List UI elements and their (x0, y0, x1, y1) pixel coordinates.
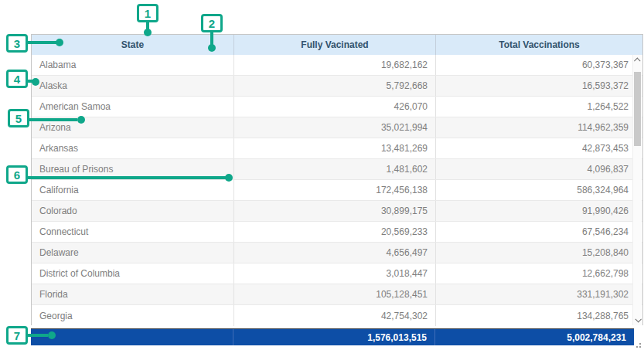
chevron-up-icon (634, 57, 640, 63)
cell-state: California (32, 180, 234, 200)
scroll-up-button[interactable] (633, 55, 642, 66)
cell-fully-vaccinated: 35,021,994 (234, 117, 436, 138)
table-row[interactable]: Georgia42,754,302134,288,765 (32, 305, 642, 326)
totals-fully-vaccinated: 1,576,013,515 (233, 329, 435, 345)
table-row[interactable]: Colorado30,899,17591,990,426 (32, 201, 642, 222)
totals-state-cell (31, 329, 233, 345)
cell-total-vaccinations: 4,096,837 (436, 159, 642, 179)
cell-state: Georgia (32, 305, 234, 326)
callout-4-anchor-dot (32, 78, 39, 86)
cell-total-vaccinations: 91,990,426 (436, 201, 642, 221)
table-row[interactable]: Florida105,128,451331,191,302 (32, 284, 642, 305)
cell-state: Connecticut (32, 222, 234, 242)
chevron-down-icon (635, 316, 641, 322)
callout-7-anchor-dot (48, 331, 56, 339)
cell-state: Florida (32, 284, 234, 304)
vertical-scrollbar[interactable] (632, 55, 642, 325)
callout-2: 2 (201, 14, 223, 32)
table-row[interactable]: District of Columbia3,018,44712,662,798 (32, 263, 642, 284)
cell-total-vaccinations: 16,593,372 (436, 76, 642, 96)
table-row[interactable]: Alaska5,792,66816,593,372 (32, 76, 642, 97)
cell-state: Delaware (32, 243, 234, 263)
callout-7-leader-line (25, 334, 48, 337)
cell-total-vaccinations: 1,264,522 (436, 97, 642, 117)
table-row[interactable]: Arizona35,021,994114,962,359 (32, 117, 642, 138)
cell-total-vaccinations: 60,373,367 (436, 55, 642, 75)
cell-fully-vaccinated: 13,481,269 (234, 138, 436, 158)
callout-5: 5 (8, 109, 29, 127)
table-body: Alabama19,682,16260,373,367Alaska5,792,6… (32, 55, 642, 326)
totals-row: 1,576,013,515 5,002,784,231 (31, 328, 634, 345)
callout-5-leader-line (26, 118, 77, 121)
cell-total-vaccinations: 114,962,359 (436, 117, 642, 138)
cell-fully-vaccinated: 5,792,668 (234, 76, 436, 96)
cell-total-vaccinations: 331,191,302 (436, 284, 642, 304)
cell-total-vaccinations: 67,546,234 (436, 222, 642, 242)
table-row[interactable]: American Samoa426,0701,264,522 (32, 97, 642, 117)
cell-total-vaccinations: 134,288,765 (436, 305, 642, 326)
cell-fully-vaccinated: 172,456,138 (234, 180, 436, 200)
callout-4: 4 (6, 70, 28, 88)
callout-1: 1 (137, 4, 158, 22)
column-header-fully-vaccinated[interactable]: Fully Vacinated (234, 35, 436, 55)
table-header-row: State Fully Vacinated Total Vaccinations (32, 35, 642, 55)
scrollbar-thumb[interactable] (634, 72, 641, 146)
cell-total-vaccinations: 15,208,840 (436, 243, 642, 263)
cell-state: Colorado (32, 201, 234, 221)
callout-3-leader-line (25, 41, 57, 44)
resize-grip-icon[interactable] (639, 346, 641, 348)
cell-state: American Samoa (32, 97, 234, 117)
callout-3-anchor-dot (56, 39, 63, 46)
page: { "table": { "columns": ["State", "Fully… (0, 0, 644, 350)
callout-6-anchor-dot (225, 174, 233, 182)
cell-state: Arkansas (32, 138, 234, 158)
cell-fully-vaccinated: 42,754,302 (234, 305, 436, 326)
cell-fully-vaccinated: 3,018,447 (234, 263, 436, 284)
table-row[interactable]: Alabama19,682,16260,373,367 (32, 55, 642, 76)
scroll-down-button[interactable] (633, 314, 642, 325)
callout-1-anchor-dot (144, 29, 152, 36)
callout-6: 6 (6, 165, 28, 184)
table-row[interactable]: Connecticut20,569,23367,546,234 (32, 222, 642, 243)
callout-6-leader-line (25, 176, 226, 179)
callout-7: 7 (6, 326, 28, 345)
table-grid: State Fully Vacinated Total Vaccinations… (31, 34, 643, 325)
cell-fully-vaccinated: 20,569,233 (234, 222, 436, 242)
cell-fully-vaccinated: 1,481,602 (234, 159, 436, 179)
table-row[interactable]: Delaware4,656,49715,208,840 (32, 243, 642, 263)
cell-fully-vaccinated: 426,070 (234, 97, 436, 117)
table-row[interactable]: California172,456,138586,324,964 (32, 180, 642, 201)
cell-fully-vaccinated: 19,682,162 (234, 55, 436, 75)
list-table: State Fully Vacinated Total Vaccinations… (31, 34, 643, 345)
table-row[interactable]: Arkansas13,481,26942,873,453 (32, 138, 642, 159)
cell-state: Alabama (32, 55, 234, 75)
cell-total-vaccinations: 42,873,453 (436, 138, 642, 158)
callout-3: 3 (6, 34, 28, 53)
totals-total-vaccinations: 5,002,784,231 (435, 329, 634, 345)
cell-state: District of Columbia (32, 263, 234, 284)
cell-fully-vaccinated: 105,128,451 (234, 284, 436, 304)
callout-5-anchor-dot (77, 116, 85, 124)
cell-fully-vaccinated: 4,656,497 (234, 243, 436, 263)
cell-state: Alaska (32, 76, 234, 96)
cell-total-vaccinations: 586,324,964 (436, 180, 642, 200)
column-header-total-vaccinations[interactable]: Total Vaccinations (436, 35, 642, 55)
cell-total-vaccinations: 12,662,798 (436, 263, 642, 284)
cell-fully-vaccinated: 30,899,175 (234, 201, 436, 221)
callout-2-anchor-dot (208, 44, 216, 52)
